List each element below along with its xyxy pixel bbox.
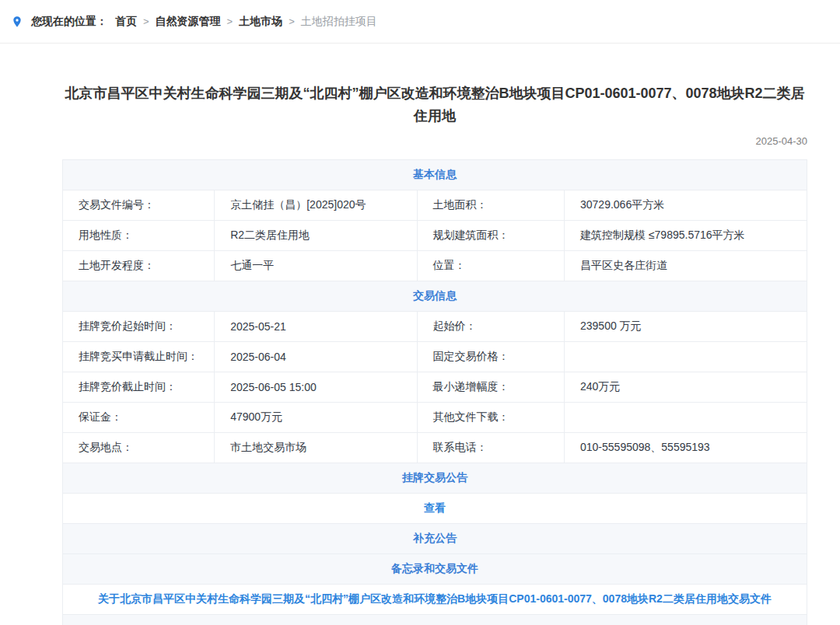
- field-value: 七通一平: [215, 250, 417, 281]
- field-value: [565, 402, 807, 432]
- breadcrumb-prefix: 您现在的位置：: [31, 15, 107, 29]
- table-row: 交易地点：市土地交易市场联系电话：010-55595098、55595193: [63, 432, 807, 463]
- field-label: 交易文件编号：: [63, 190, 215, 220]
- document-link[interactable]: 关于北京市昌平区中关村生命科学园三期及“北四村”棚户区改造和环境整治B地块项目C…: [98, 592, 772, 605]
- table-row: 用地性质：R2二类居住用地规划建筑面积：建筑控制规模 ≤79895.5716平方…: [63, 220, 807, 250]
- field-label: 土地面积：: [417, 190, 564, 220]
- table-row: 保证金：47900万元其他文件下载：: [63, 402, 807, 432]
- field-value: 2025-06-05 15:00: [215, 372, 417, 402]
- link-row: 查看: [63, 493, 807, 523]
- field-label: 交易地点：: [63, 432, 215, 463]
- field-label: 用地性质：: [63, 220, 215, 250]
- field-value: 30729.066平方米: [565, 190, 807, 220]
- field-value: 47900万元: [215, 402, 417, 432]
- section-row: 备忘录和交易文件: [63, 553, 807, 584]
- field-label: 最小递增幅度：: [417, 372, 564, 402]
- link-row: 关于北京市昌平区中关村生命科学园三期及“北四村”棚户区改造和环境整治B地块项目C…: [63, 584, 807, 614]
- field-label: 保证金：: [63, 402, 215, 432]
- field-value: R2二类居住用地: [215, 220, 417, 250]
- field-value: 建筑控制规模 ≤79895.5716平方米: [565, 220, 807, 250]
- field-value: [565, 341, 807, 372]
- table-row: 挂牌竞价起始时间：2025-05-21起始价：239500 万元: [63, 311, 807, 341]
- section-row: 基本信息: [63, 159, 807, 190]
- section-header: 补充公告: [413, 532, 457, 544]
- section-row: [63, 614, 807, 625]
- field-label: 土地开发程度：: [63, 250, 215, 281]
- field-label: 挂牌竞价截止时间：: [63, 372, 215, 402]
- document-link[interactable]: 查看: [424, 501, 446, 514]
- main-content: 北京市昌平区中关村生命科学园三期及“北四村”棚户区改造和环境整治B地块项目CP0…: [62, 44, 807, 625]
- field-value: 010-55595098、55595193: [565, 432, 807, 463]
- breadcrumb: 您现在的位置： 首页>自然资源管理>土地市场>土地招拍挂项目: [0, 0, 840, 44]
- info-table-body: 基本信息交易文件编号：京土储挂（昌）[2025]020号土地面积：30729.0…: [63, 159, 807, 625]
- field-label: 联系电话：: [417, 432, 564, 463]
- breadcrumb-item-1[interactable]: 首页: [115, 15, 137, 29]
- breadcrumb-separator: >: [227, 16, 233, 27]
- field-value: 京土储挂（昌）[2025]020号: [215, 190, 417, 220]
- section-row: 挂牌交易公告: [63, 463, 807, 493]
- breadcrumb-separator: >: [143, 16, 149, 27]
- breadcrumb-items: 首页>自然资源管理>土地市场>土地招拍挂项目: [109, 15, 383, 29]
- field-value: 2025-05-21: [215, 311, 417, 341]
- section-header: 基本信息: [413, 168, 457, 180]
- section-header: 挂牌交易公告: [402, 471, 467, 484]
- breadcrumb-item-2[interactable]: 自然资源管理: [156, 15, 221, 29]
- table-row: 挂牌竞价截止时间：2025-06-05 15:00最小递增幅度：240万元: [63, 372, 807, 402]
- breadcrumb-separator: >: [289, 16, 295, 27]
- table-row: 交易文件编号：京土储挂（昌）[2025]020号土地面积：30729.066平方…: [63, 190, 807, 220]
- field-label: 固定交易价格：: [417, 341, 564, 372]
- section-row: 补充公告: [63, 523, 807, 553]
- publish-date: 2025-04-30: [62, 135, 807, 147]
- table-row: 挂牌竞买申请截止时间：2025-06-04固定交易价格：: [63, 341, 807, 372]
- breadcrumb-item-4: 土地招拍挂项目: [301, 15, 377, 29]
- field-value: 239500 万元: [565, 311, 807, 341]
- location-pin-icon: [11, 16, 23, 28]
- breadcrumb-item-3[interactable]: 土地市场: [239, 15, 282, 29]
- field-label: 挂牌竞价起始时间：: [63, 311, 215, 341]
- section-header: 交易信息: [413, 289, 457, 302]
- field-label: 规划建筑面积：: [417, 220, 564, 250]
- field-value: 240万元: [565, 372, 807, 402]
- field-label: 其他文件下载：: [417, 402, 564, 432]
- field-label: 挂牌竞买申请截止时间：: [63, 341, 215, 372]
- page-title: 北京市昌平区中关村生命科学园三期及“北四村”棚户区改造和环境整治B地块项目CP0…: [62, 82, 807, 127]
- field-value: 市土地交易市场: [215, 432, 417, 463]
- section-row: 交易信息: [63, 281, 807, 311]
- table-row: 土地开发程度：七通一平位置：昌平区史各庄街道: [63, 250, 807, 281]
- field-label: 位置：: [417, 250, 564, 281]
- info-table: 基本信息交易文件编号：京土储挂（昌）[2025]020号土地面积：30729.0…: [62, 159, 807, 625]
- section-header: 备忘录和交易文件: [391, 562, 478, 574]
- field-value: 2025-06-04: [215, 341, 417, 372]
- field-label: 起始价：: [417, 311, 564, 341]
- field-value: 昌平区史各庄街道: [565, 250, 807, 281]
